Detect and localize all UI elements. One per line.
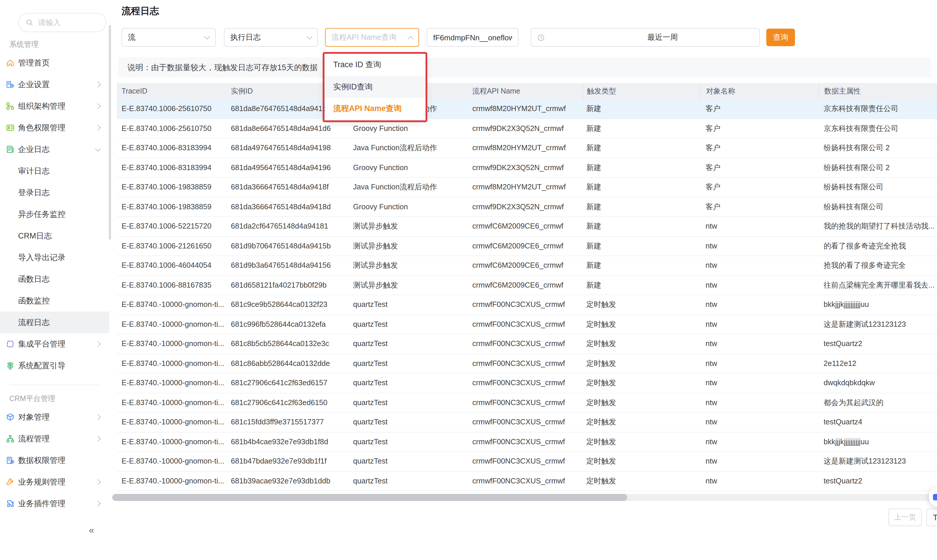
cell-traceid: E-E.83740.1006-46044054 [122, 256, 231, 275]
sidebar-nav: 系统管理管理首页企业设置组织架构管理角色权限管理企业日志审计日志登录日志异步任务… [0, 32, 109, 514]
cell-instance-id: 681da49764765148d4a94198 [231, 138, 353, 157]
cell-traceid: E-E.83740.1006-25610750 [122, 119, 231, 138]
cell-instance-id: 681c86abb528644ca0132dde [231, 354, 353, 373]
business-rule-icon [6, 478, 15, 486]
sidebar-subitem-12[interactable]: 函数监控 [0, 290, 109, 312]
sidebar-collapse-button[interactable]: « [89, 525, 94, 535]
sidebar-subitem-9[interactable]: CRM日志 [0, 225, 109, 247]
sidebar-item-2[interactable]: 企业设置 [0, 74, 109, 95]
table-row[interactable]: E-E.83740.-10000-gnomon-ti...681c27906c6… [117, 393, 937, 413]
table-row[interactable]: E-E.83740.-10000-gnomon-ti...681b39acae9… [117, 471, 937, 491]
table-row[interactable]: E-E.83740.1006-25610750681da8e764765148d… [117, 99, 937, 119]
sidebar-subitem-8[interactable]: 异步任务监控 [0, 203, 109, 225]
sidebar-scrollbar-thumb[interactable] [109, 25, 111, 240]
cell-name: Java Function流程后动作 [353, 138, 472, 157]
dropdown-option-api-name[interactable]: 流程API Name查询 [325, 98, 426, 120]
cell-api-name: crmwf9DK2X3Q52N_crmwf [472, 158, 583, 177]
table-row[interactable]: E-E.83740.-10000-gnomon-ti...681c27906c6… [117, 374, 937, 393]
integration-platform-icon [6, 340, 15, 348]
cell-instance-id: 681c27906c641c2f63ed6150 [231, 393, 353, 412]
cell-api-name: crmwfF00NC3CXUS_crmwf [472, 393, 583, 412]
table-row[interactable]: E-E.83740.-10000-gnomon-ti...681c8b5cb52… [117, 334, 937, 354]
cell-trigger-type: 新建 [583, 217, 700, 236]
sidebar-item-22[interactable]: 业务插件管理 [0, 493, 109, 514]
table-row[interactable]: E-E.83740.1006-88167835681d658121fa40217… [117, 275, 937, 295]
sidebar-item-5[interactable]: 企业日志 [0, 138, 109, 160]
table-row[interactable]: E-E.83740.1006-25610750681da8e664765148d… [117, 119, 937, 138]
system-config-guide-icon [6, 361, 15, 370]
flow-type-select[interactable]: 流 [122, 28, 216, 47]
table-row[interactable]: E-E.83740.-10000-gnomon-ti...681c86abb52… [117, 354, 937, 374]
table-row[interactable]: E-E.83740.1006-46044054681d9b3a64765148d… [117, 256, 937, 275]
table-row[interactable]: E-E.83740.-10000-gnomon-ti...681c996fb52… [117, 315, 937, 334]
sidebar-search-input[interactable]: 请输入 [18, 13, 106, 32]
table-row[interactable]: E-E.83740.-10000-gnomon-ti...681b47bdae9… [117, 452, 937, 471]
prev-page-button[interactable]: 上一页 [888, 509, 922, 526]
sidebar-item-18[interactable]: 对象管理 [0, 406, 109, 428]
cell-primary-attr: testQuartz2 [819, 334, 937, 353]
dropdown-option-instance-id[interactable]: 实例ID查询 [325, 76, 426, 98]
chevron-right-icon [95, 341, 101, 347]
sidebar-item-4[interactable]: 角色权限管理 [0, 117, 109, 138]
table-row[interactable]: E-E.83740.-10000-gnomon-ti...681b4b4cae9… [117, 432, 937, 452]
cell-object-name: ntw [700, 217, 819, 236]
cell-object-name: 客户 [700, 138, 819, 157]
table-row[interactable]: E-E.83740.1006-83183994681da49564765148d… [117, 158, 937, 178]
sidebar-item-3[interactable]: 组织架构管理 [0, 95, 109, 117]
query-button[interactable]: 查询 [766, 29, 795, 46]
cell-object-name: ntw [700, 413, 819, 432]
sidebar-subitem-7[interactable]: 登录日志 [0, 182, 109, 203]
sidebar-item-14[interactable]: 集成平台管理 [0, 333, 109, 355]
sidebar-subitem-6[interactable]: 审计日志 [0, 160, 109, 182]
table-row[interactable]: E-E.83740.-10000-gnomon-ti...681c9ce9b52… [117, 295, 937, 315]
cell-traceid: E-E.83740.-10000-gnomon-ti... [122, 374, 231, 392]
cell-traceid: E-E.83740.-10000-gnomon-ti... [122, 452, 231, 471]
sidebar-item-19[interactable]: 流程管理 [0, 428, 109, 449]
sidebar-item-label: 流程管理 [18, 434, 96, 444]
org-structure-icon [6, 102, 15, 111]
table-row[interactable]: E-E.83740.1006-21261650681d9b7064765148d… [117, 237, 937, 256]
date-range-value: 最近一周 [647, 32, 754, 43]
table-row[interactable]: E-E.83740.1006-19838859681da36664765148d… [117, 197, 937, 217]
sidebar-divider [9, 385, 100, 385]
sidebar: 请输入 系统管理管理首页企业设置组织架构管理角色权限管理企业日志审计日志登录日志… [0, 0, 109, 560]
keyword-input[interactable]: fF6mdmpFNn__oneflow [427, 28, 519, 47]
cell-traceid: E-E.83740.1006-19838859 [122, 197, 231, 216]
table-row[interactable]: E-E.83740.1006-52215720681da2cf64765148d… [117, 217, 937, 237]
cell-trigger-type: 新建 [583, 178, 700, 197]
enterprise-log-icon [6, 145, 15, 154]
date-range-picker[interactable]: 最近一周 [531, 28, 760, 47]
query-mode-select[interactable]: 流程API Name查询 [325, 28, 419, 47]
sidebar-item-21[interactable]: 业务规则管理 [0, 471, 109, 493]
sidebar-subitem-13[interactable]: 流程日志 [0, 312, 109, 333]
cell-trigger-type: 新建 [583, 197, 700, 216]
horizontal-scrollbar-thumb[interactable] [112, 494, 627, 501]
chevron-right-icon [95, 501, 101, 506]
log-type-select[interactable]: 执行日志 [224, 28, 318, 47]
chevron-right-icon [95, 103, 101, 109]
chevron-right-icon [95, 436, 101, 442]
cell-traceid: E-E.83740.-10000-gnomon-ti... [122, 432, 231, 451]
dropdown-option-trace-id[interactable]: Trace ID 查询 [325, 54, 426, 76]
table-row[interactable]: E-E.83740.-10000-gnomon-ti...681c15fdd3f… [117, 413, 937, 432]
sidebar-item-1[interactable]: 管理首页 [0, 52, 109, 74]
notice-text: 说明：由于数据量较大，现触发日志可存放15天的数据 [128, 62, 318, 73]
cell-primary-attr: 纷扬科技有限公司 [819, 178, 937, 197]
cell-instance-id: 681c15fdd3ff9e3715517377 [231, 413, 353, 432]
chevron-right-icon [95, 414, 101, 420]
sidebar-subitem-10[interactable]: 导入导出记录 [0, 247, 109, 268]
cell-api-name: crmwf9DK2X3Q52N_crmwf [472, 119, 583, 138]
cell-name: Groovy Function [353, 158, 472, 177]
app-root: 请输入 系统管理管理首页企业设置组织架构管理角色权限管理企业日志审计日志登录日志… [0, 0, 937, 560]
cell-instance-id: 681da2cf64765148d4a94181 [231, 217, 353, 236]
cell-object-name: 客户 [700, 99, 819, 118]
sidebar-item-20[interactable]: 数据权限管理 [0, 449, 109, 471]
sidebar-subitem-11[interactable]: 函数日志 [0, 268, 109, 290]
sidebar-item-label: 组织架构管理 [18, 101, 96, 111]
table-row[interactable]: E-E.83740.1006-19838859681da36664765148d… [117, 178, 937, 197]
cell-traceid: E-E.83740.-10000-gnomon-ti... [122, 315, 231, 334]
cell-trigger-type: 定时触发 [583, 315, 700, 334]
sidebar-item-15[interactable]: 系统配置引导 [0, 355, 109, 377]
table-row[interactable]: E-E.83740.1006-83183994681da49764765148d… [117, 138, 937, 158]
next-page-button-partial[interactable]: T [926, 509, 937, 526]
